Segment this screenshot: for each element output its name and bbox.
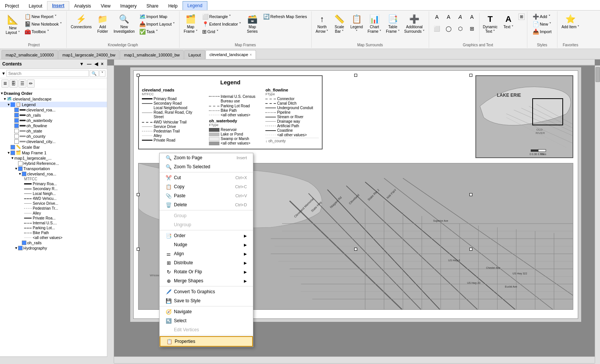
- search-dropdown-button[interactable]: ˅: [99, 70, 105, 77]
- selection-handle-tl[interactable]: [137, 74, 140, 77]
- oh-flowline-item[interactable]: oh_flowline: [0, 123, 107, 128]
- legend-checkbox[interactable]: [11, 102, 15, 107]
- tab-help[interactable]: Help: [163, 1, 183, 10]
- scale-bar-button[interactable]: 📏 ScaleBar ˅: [331, 13, 348, 38]
- oh-county-item[interactable]: oh_county: [0, 134, 107, 139]
- additional-surrounds-button[interactable]: ➕ AdditionalSurrounds ˅: [402, 13, 426, 38]
- shape-btn-1[interactable]: ⬜: [431, 24, 443, 36]
- vertical-scrollbar[interactable]: [595, 65, 600, 363]
- transportation-item[interactable]: ▼ Transportation: [0, 166, 107, 171]
- ml-expand[interactable]: ▼: [11, 156, 14, 160]
- grid-button[interactable]: ⊞ Grid ˅: [200, 28, 244, 35]
- chart-frame-button[interactable]: 📊 ChartFrame ˅: [366, 13, 384, 38]
- shape-btn-2[interactable]: ◯: [443, 24, 454, 36]
- hy-expand[interactable]: ▼: [14, 246, 18, 250]
- table-frame-button[interactable]: 📑 TableFrame ˅: [384, 13, 402, 38]
- oh-waterbody-item[interactable]: oh_waterbody: [0, 118, 107, 123]
- text-btn-2[interactable]: A: [443, 13, 454, 24]
- map-frame-button[interactable]: 🗂️ MapFrame ˅: [182, 13, 199, 38]
- ctx-navigate[interactable]: 🧭 Navigate: [160, 307, 253, 316]
- ctx-merge-shapes[interactable]: ⊕ Merge Shapes ▶: [160, 276, 253, 285]
- graphics-expand-button[interactable]: ⊞: [518, 14, 525, 20]
- ctx-cut[interactable]: ✂️ Cut Ctrl+X: [160, 173, 253, 182]
- text-button[interactable]: A Text ˅: [500, 13, 517, 38]
- map-frame-1-item[interactable]: ▼ 🗂️ Map Frame 1: [0, 150, 107, 155]
- cr2-checkbox[interactable]: [22, 172, 26, 176]
- contents-auto-hide-icon[interactable]: ◀: [93, 61, 99, 67]
- text-btn-1[interactable]: A: [431, 13, 443, 24]
- selection-handle-tr[interactable]: [469, 74, 472, 77]
- add-folder-button[interactable]: 📁 AddFolder: [94, 13, 111, 38]
- cleveland-roads-2-item[interactable]: ▼ cleveland_roa...: [0, 171, 107, 177]
- contents-options-icon[interactable]: —: [86, 61, 93, 67]
- ow-checkbox[interactable]: [14, 118, 19, 123]
- os-checkbox[interactable]: [14, 129, 19, 133]
- tab-project[interactable]: Project: [0, 1, 24, 10]
- selection-handle-bl[interactable]: [137, 248, 140, 251]
- shape-btn-3[interactable]: ⬡: [455, 24, 466, 36]
- refresh-map-series-button[interactable]: 🔄 Refresh Map Series: [261, 13, 309, 20]
- text-btn-4[interactable]: A: [466, 13, 478, 24]
- connections-button[interactable]: ⚡ Connections: [69, 13, 94, 38]
- hy-checkbox[interactable]: [18, 246, 23, 250]
- close-tab-icon[interactable]: ×: [250, 53, 252, 57]
- tab-map2-smallscale[interactable]: map2_smallscale_100000: [2, 50, 58, 59]
- import-layout-button[interactable]: 📥 Import Layout ˅: [137, 20, 177, 28]
- ctx-delete[interactable]: 🗑️ Delete Ctrl+D: [160, 200, 253, 209]
- tab-map1-largescale[interactable]: map1_largescale_24000_bw: [58, 50, 120, 59]
- ors-checkbox[interactable]: [22, 241, 26, 245]
- cc-checkbox[interactable]: [14, 139, 19, 144]
- hybrid-reference-item[interactable]: Hybrid Reference...: [0, 161, 107, 166]
- new-investigation-button[interactable]: 🔍 NewInvestigation: [112, 13, 137, 38]
- of-checkbox[interactable]: [14, 123, 19, 128]
- rectangle-button[interactable]: ⬜ Rectangle ˅: [200, 13, 244, 20]
- add-item-button[interactable]: ⭐ Add Item ˅: [560, 13, 582, 38]
- search-input[interactable]: [6, 70, 89, 77]
- legend-expand[interactable]: ▼: [7, 103, 11, 107]
- contents-close-icon[interactable]: ×: [100, 61, 105, 67]
- map-series-button[interactable]: 🗃️ MapSeries: [244, 13, 260, 38]
- oc-checkbox[interactable]: [14, 134, 19, 139]
- tab-view[interactable]: View: [96, 1, 116, 10]
- list-by-editing-btn[interactable]: ✏: [27, 79, 35, 88]
- new-report-button[interactable]: 📋 New Report ˅: [23, 13, 64, 20]
- list-by-data-source-btn[interactable]: 🗄: [9, 79, 18, 88]
- list-by-drawing-order-btn[interactable]: ≡: [2, 79, 9, 88]
- cleveland-roads-item[interactable]: cleveland_roa...: [0, 107, 107, 113]
- import-map-button[interactable]: 🗺️ Import Map: [137, 13, 177, 20]
- cleveland-landscape-item[interactable]: ▼ 🗺️ cleveland_landscape: [0, 96, 107, 102]
- oh-state-item[interactable]: oh_state: [0, 128, 107, 134]
- tr-checkbox[interactable]: [18, 166, 23, 171]
- selection-handle-ml[interactable]: [137, 193, 140, 196]
- cr2-expand[interactable]: ▼: [18, 172, 22, 176]
- drawing-order-expand[interactable]: ▼: [0, 91, 4, 95]
- mf1-expand[interactable]: ▼: [7, 151, 11, 155]
- new-style-button[interactable]: 📄 New ˅: [531, 20, 553, 28]
- contents-filter-icon[interactable]: ▼: [78, 61, 85, 67]
- cr-checkbox[interactable]: [14, 108, 19, 112]
- or-checkbox[interactable]: [14, 113, 19, 117]
- selection-handle-br[interactable]: [469, 248, 472, 251]
- toolbox-button[interactable]: 🧰 Toolbox ˅: [23, 28, 64, 35]
- tab-cleveland-landscape[interactable]: cleveland_landscape ×: [206, 50, 256, 59]
- shape-btn-4[interactable]: ⊞: [466, 24, 478, 36]
- tab-analysis[interactable]: Analysis: [69, 1, 96, 10]
- task-button[interactable]: ✅ Task ˅: [137, 28, 177, 35]
- cleveland-expand[interactable]: ▼: [3, 97, 7, 101]
- tab-legend[interactable]: Legend: [183, 1, 207, 10]
- tab-insert[interactable]: Insert: [47, 1, 69, 10]
- legend-layer-item[interactable]: ▼ 📋 Legend: [0, 102, 107, 107]
- extent-indicator-button[interactable]: 📍 Extent Indicator ˅: [200, 20, 244, 28]
- map1-largescale-item[interactable]: ▼ map1_largescale_...: [0, 155, 107, 161]
- tab-share[interactable]: Share: [142, 1, 163, 10]
- ctx-zoom-to-page[interactable]: 🔍 Zoom to Page Insert: [160, 153, 253, 162]
- new-notebook-button[interactable]: 📓 New Notebook ˅: [23, 20, 64, 28]
- v-scroll-thumb[interactable]: [595, 67, 600, 82]
- new-layout-button[interactable]: 📐 NewLayout ˅: [4, 13, 22, 38]
- import-style-button[interactable]: 📥 Import: [531, 28, 553, 35]
- selection-handle-mr[interactable]: [469, 193, 472, 196]
- tab-layout[interactable]: Layout: [24, 1, 47, 10]
- north-arrow-button[interactable]: ↑ NorthArrow ˅: [314, 13, 330, 38]
- sb-checkbox[interactable]: [11, 145, 15, 149]
- scale-bar-item[interactable]: 📏 Scale Bar: [0, 144, 107, 150]
